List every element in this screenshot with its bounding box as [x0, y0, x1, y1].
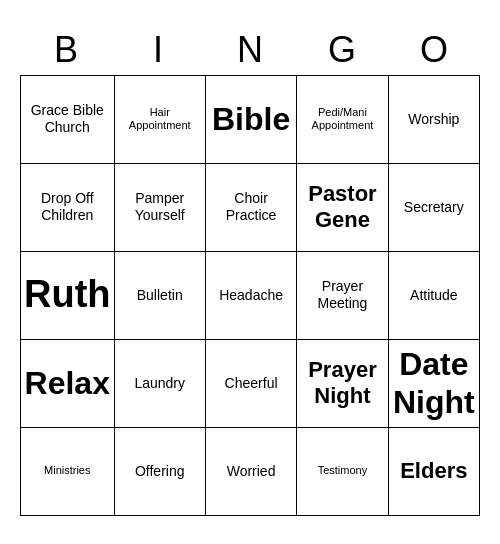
bingo-cell: Offering [115, 428, 206, 516]
cell-text: Hair Appointment [118, 106, 202, 132]
bingo-cell: Elders [389, 428, 480, 516]
bingo-cell: Bible [206, 76, 297, 164]
bingo-cell: Worship [389, 76, 480, 164]
cell-text: Worried [227, 463, 276, 480]
letter-i: I [114, 29, 202, 71]
bingo-cell: Pedi/Mani Appointment [297, 76, 388, 164]
cell-text: Testimony [318, 464, 368, 477]
cell-text: Pastor Gene [300, 181, 384, 234]
bingo-cell: Testimony [297, 428, 388, 516]
bingo-cell: Pamper Yourself [115, 164, 206, 252]
bingo-cell: Bulletin [115, 252, 206, 340]
bingo-cell: Relax [21, 340, 115, 428]
bingo-cell: Date Night [389, 340, 480, 428]
bingo-card: B I N G O Grace Bible ChurchHair Appoint… [20, 29, 480, 516]
letter-o: O [390, 29, 478, 71]
cell-text: Prayer Night [300, 357, 384, 410]
cell-text: Worship [408, 111, 459, 128]
bingo-cell: Prayer Meeting [297, 252, 388, 340]
bingo-cell: Headache [206, 252, 297, 340]
cell-text: Ministries [44, 464, 90, 477]
letter-n: N [206, 29, 294, 71]
bingo-cell: Hair Appointment [115, 76, 206, 164]
bingo-cell: Prayer Night [297, 340, 388, 428]
cell-text: Elders [400, 458, 467, 484]
bingo-cell: Worried [206, 428, 297, 516]
bingo-cell: Laundry [115, 340, 206, 428]
bingo-grid: Grace Bible ChurchHair AppointmentBibleP… [20, 75, 480, 516]
cell-text: Choir Practice [209, 190, 293, 224]
cell-text: Drop Off Children [24, 190, 111, 224]
bingo-cell: Drop Off Children [21, 164, 115, 252]
bingo-cell: Grace Bible Church [21, 76, 115, 164]
cell-text: Secretary [404, 199, 464, 216]
cell-text: Headache [219, 287, 283, 304]
cell-text: Ruth [24, 272, 111, 318]
bingo-cell: Choir Practice [206, 164, 297, 252]
cell-text: Prayer Meeting [300, 278, 384, 312]
cell-text: Relax [25, 364, 110, 402]
cell-text: Grace Bible Church [24, 102, 111, 136]
bingo-cell: Attitude [389, 252, 480, 340]
cell-text: Pamper Yourself [118, 190, 202, 224]
bingo-cell: Pastor Gene [297, 164, 388, 252]
cell-text: Bible [212, 100, 290, 138]
bingo-cell: Ministries [21, 428, 115, 516]
cell-text: Offering [135, 463, 185, 480]
cell-text: Cheerful [225, 375, 278, 392]
letter-b: B [22, 29, 110, 71]
bingo-cell: Secretary [389, 164, 480, 252]
bingo-header: B I N G O [20, 29, 480, 71]
bingo-cell: Cheerful [206, 340, 297, 428]
cell-text: Laundry [134, 375, 185, 392]
cell-text: Bulletin [137, 287, 183, 304]
cell-text: Date Night [392, 345, 476, 422]
bingo-cell: Ruth [21, 252, 115, 340]
cell-text: Pedi/Mani Appointment [300, 106, 384, 132]
letter-g: G [298, 29, 386, 71]
cell-text: Attitude [410, 287, 457, 304]
